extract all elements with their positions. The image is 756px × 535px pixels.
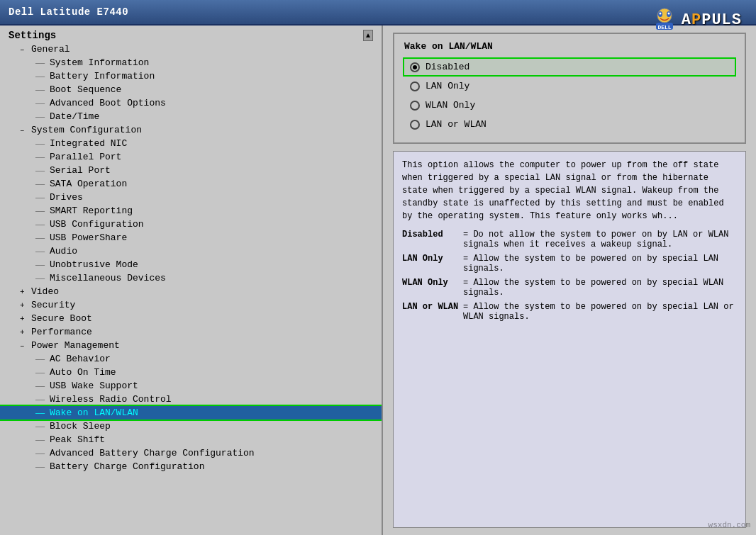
tree-item-advanced-boot[interactable]: —— Advanced Boot Options	[0, 96, 382, 110]
tree-item-wireless-radio[interactable]: —— Wireless Radio Control	[0, 393, 382, 406]
window-title: Dell Latitude E7440	[9, 6, 128, 18]
desc-key-wlan: WLAN Only	[402, 278, 459, 298]
tree-item-ac-behavior[interactable]: —— AC Behavior	[0, 352, 382, 366]
system-info-label: System Information	[50, 57, 149, 68]
desc-val-lan: = Allow the system to be powered on by s…	[463, 254, 737, 274]
bottom-watermark: wsxdn.com	[708, 521, 750, 529]
tree-item-usb-powershare[interactable]: —— USB PowerShare	[0, 231, 382, 244]
svg-point-4	[667, 13, 669, 15]
tree-item-video[interactable]: + Video	[0, 285, 382, 298]
desc-item-lan-wlan: LAN or WLAN = Allow the system to be pow…	[402, 302, 737, 322]
expand-general-icon: –	[20, 45, 31, 54]
radio-lan-wlan-label: LAN or WLAN	[426, 119, 487, 130]
usb-wake-label: USB Wake Support	[50, 381, 138, 391]
appuals-text: APPULS	[682, 11, 742, 29]
tree-item-unobtrusive[interactable]: —— Unobtrusive Mode	[0, 258, 382, 271]
unobtrusive-label: Unobtrusive Mode	[50, 259, 138, 270]
right-panel: Wake on LAN/WLAN Disabled LAN Only WLAN …	[383, 26, 756, 535]
boot-sequence-label: Boot Sequence	[50, 84, 121, 95]
tree-item-misc-devices[interactable]: —— Miscellaneous Devices	[0, 271, 382, 285]
tree-item-wake-lan[interactable]: —— Wake on LAN/WLAN	[0, 406, 382, 419]
tree-item-parallel-port[interactable]: —— Parallel Port	[0, 150, 382, 164]
tree-item-auto-on-time[interactable]: —— Auto On Time	[0, 366, 382, 379]
tree-item-security[interactable]: + Security	[0, 298, 382, 312]
tree-item-peak-shift[interactable]: —— Peak Shift	[0, 433, 382, 446]
sata-operation-label: SATA Operation	[50, 179, 127, 189]
tree-item-system-config[interactable]: – System Configuration	[0, 123, 382, 137]
tree-item-general[interactable]: – General	[0, 43, 382, 56]
radio-lan-wlan-circle	[410, 120, 420, 130]
wake-lan-label: Wake on LAN/WLAN	[50, 407, 138, 418]
wake-options-title: Wake on LAN/WLAN	[404, 41, 735, 52]
desc-val-wlan: = Allow the system to be powered on by s…	[463, 278, 737, 298]
radio-lan-only[interactable]: LAN Only	[404, 78, 735, 94]
tree-item-performance[interactable]: + Performance	[0, 325, 382, 339]
audio-label: Audio	[50, 246, 77, 257]
tree-item-integrated-nic[interactable]: —— Integrated NIC	[0, 137, 382, 150]
tree-item-serial-port[interactable]: —— Serial Port	[0, 164, 382, 177]
radio-disabled[interactable]: Disabled	[404, 59, 735, 75]
expand-power-icon: –	[20, 342, 31, 350]
appuals-logo-icon: DELL	[650, 6, 679, 34]
desc-item-lan: LAN Only = Allow the system to be powere…	[402, 254, 737, 274]
tree-item-battery-info[interactable]: —— Battery Information	[0, 69, 382, 83]
integrated-nic-label: Integrated NIC	[50, 138, 127, 149]
radio-lan-wlan[interactable]: LAN or WLAN	[404, 116, 735, 133]
system-config-label: System Configuration	[31, 125, 142, 135]
drives-label: Drives	[50, 192, 83, 203]
description-box: This option allows the computer to power…	[393, 151, 746, 528]
tree-item-secure-boot[interactable]: + Secure Boot	[0, 312, 382, 325]
desc-item-wlan: WLAN Only = Allow the system to be power…	[402, 278, 737, 298]
tree-item-system-info[interactable]: —— System Information	[0, 56, 382, 69]
wake-options-box: Wake on LAN/WLAN Disabled LAN Only WLAN …	[393, 33, 746, 144]
tree-item-power-mgmt[interactable]: – Power Management	[0, 339, 382, 352]
radio-lan-only-label: LAN Only	[426, 81, 469, 91]
peak-shift-label: Peak Shift	[50, 434, 105, 445]
radio-disabled-label: Disabled	[426, 62, 469, 72]
radio-disabled-circle	[410, 62, 420, 72]
tree-item-batt-charge[interactable]: —— Battery Charge Configuration	[0, 460, 382, 473]
svg-point-3	[659, 13, 661, 15]
performance-label: Performance	[31, 327, 92, 337]
expand-performance-icon: +	[20, 328, 31, 337]
date-time-label: Date/Time	[50, 111, 99, 122]
secure-boot-label: Secure Boot	[31, 313, 92, 324]
desc-key-lan: LAN Only	[402, 254, 459, 274]
usb-config-label: USB Configuration	[50, 219, 144, 230]
description-intro: This option allows the computer to power…	[402, 159, 737, 223]
radio-wlan-only[interactable]: WLAN Only	[404, 97, 735, 113]
smart-reporting-label: SMART Reporting	[50, 205, 133, 216]
svg-text:DELL: DELL	[657, 24, 671, 30]
settings-tree: – General —— System Information —— Batte…	[0, 43, 382, 524]
batt-charge-label: Battery Charge Configuration	[50, 461, 204, 472]
video-label: Video	[31, 286, 59, 297]
advanced-boot-label: Advanced Boot Options	[50, 98, 166, 108]
tree-item-block-sleep[interactable]: —— Block Sleep	[0, 419, 382, 433]
title-bar: Dell Latitude E7440	[0, 0, 756, 26]
expand-video-icon: +	[20, 288, 31, 296]
ac-behavior-label: AC Behavior	[50, 354, 111, 364]
parallel-port-label: Parallel Port	[50, 152, 121, 162]
desc-key-disabled: Disabled	[402, 230, 459, 249]
expand-sysconfig-icon: –	[20, 126, 31, 135]
expand-security-icon: +	[20, 301, 31, 310]
tree-item-audio[interactable]: —— Audio	[0, 244, 382, 258]
tree-item-smart-reporting[interactable]: —— SMART Reporting	[0, 204, 382, 218]
desc-item-disabled: Disabled = Do not allow the system to po…	[402, 230, 737, 249]
expand-secureboot-icon: +	[20, 315, 31, 323]
desc-val-lan-wlan: = Allow the system to be powered on by s…	[463, 302, 737, 322]
desc-key-lan-wlan: LAN or WLAN	[402, 302, 459, 322]
tree-item-usb-wake[interactable]: —— USB Wake Support	[0, 379, 382, 393]
tree-item-date-time[interactable]: —— Date/Time	[0, 110, 382, 123]
tree-item-adv-batt[interactable]: —— Advanced Battery Charge Configuration	[0, 446, 382, 460]
usb-powershare-label: USB PowerShare	[50, 232, 127, 243]
scroll-up-button[interactable]: ▲	[363, 30, 373, 41]
tree-item-usb-config[interactable]: —— USB Configuration	[0, 218, 382, 231]
radio-lan-only-circle	[410, 81, 420, 91]
desc-val-disabled: = Do not allow the system to power on by…	[463, 230, 737, 249]
tree-item-boot-sequence[interactable]: —— Boot Sequence	[0, 83, 382, 96]
security-label: Security	[31, 300, 75, 310]
power-mgmt-label: Power Management	[31, 340, 120, 351]
tree-item-sata-operation[interactable]: —— SATA Operation	[0, 177, 382, 191]
tree-item-drives[interactable]: —— Drives	[0, 191, 382, 204]
